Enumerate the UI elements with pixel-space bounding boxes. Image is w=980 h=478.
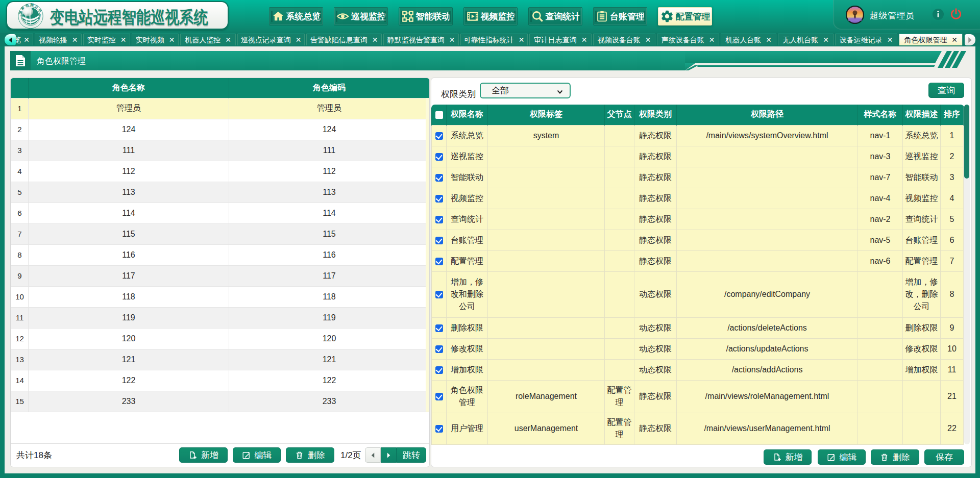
svg-text:角色权限管理: 角色权限管理 [36, 57, 86, 65]
